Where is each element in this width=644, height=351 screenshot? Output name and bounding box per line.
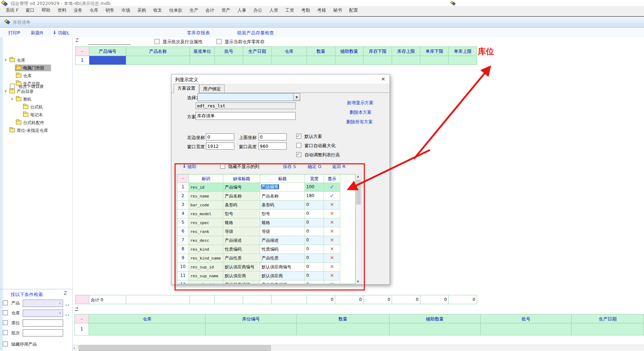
scrollbar-thumb[interactable] xyxy=(356,180,361,205)
row-number-cell[interactable]: 8 xyxy=(177,245,189,254)
add-scheme-link[interactable]: 新增显示方案 xyxy=(347,100,374,106)
width-cell[interactable]: 0 xyxy=(305,201,324,210)
locate-input[interactable] xyxy=(88,39,131,45)
column-row-res-sup-id[interactable]: 10 res_sup_id 默认供应商编号 默认供应商编号 0 ✕ xyxy=(177,263,355,272)
delete-all-schemes-link[interactable]: 删除所有方案 xyxy=(346,119,373,125)
header-cell[interactable]: - xyxy=(74,314,89,323)
menu-secretary[interactable]: 秘书 xyxy=(330,7,346,13)
field-id-cell[interactable]: res_kind_name xyxy=(189,254,223,263)
scheme-name-input[interactable]: 库存清单 xyxy=(196,112,296,120)
grid-cell[interactable] xyxy=(126,56,190,65)
field-id-cell[interactable]: res_name xyxy=(189,192,223,201)
header-cell[interactable]: 仓库 xyxy=(271,46,307,56)
field-id-cell[interactable]: res_desc xyxy=(189,236,223,245)
row-number-cell[interactable]: 11 xyxy=(177,272,189,280)
grid-cell[interactable] xyxy=(572,323,644,335)
header-cell[interactable]: 数量 xyxy=(307,46,335,56)
tab-user-binding[interactable]: 用户绑定 xyxy=(199,84,225,93)
expander-icon[interactable]: ∨ xyxy=(11,96,13,101)
width-cell[interactable]: 0 xyxy=(305,227,324,236)
header-cell[interactable]: 辅助数量 xyxy=(335,46,364,56)
back-button[interactable]: 返回 R xyxy=(332,164,346,170)
title-cell[interactable]: 型号 xyxy=(260,210,305,218)
tree-item-desktop[interactable]: 台式机 xyxy=(0,104,73,111)
header-cell[interactable]: 标题 xyxy=(260,174,305,183)
auto-row-height-checkbox[interactable] xyxy=(296,152,301,157)
grid-cell[interactable] xyxy=(215,56,243,65)
default-title-cell[interactable]: 默认供应商 xyxy=(223,272,260,280)
default-scheme-checkbox[interactable] xyxy=(296,134,301,139)
menu-business[interactable]: 业务 xyxy=(70,7,86,13)
app-tray-icon[interactable] xyxy=(451,1,456,5)
window-width-input[interactable]: 1912 xyxy=(206,143,234,150)
default-title-cell[interactable]: 性质编码 xyxy=(223,245,260,254)
grid-cell[interactable] xyxy=(392,56,420,65)
horizontal-scrollbar[interactable]: ‹ xyxy=(73,345,644,351)
combo-arrow-icon[interactable]: ▼ xyxy=(293,94,300,101)
tree-item-desktop-parts[interactable]: 台式机配件 xyxy=(0,119,73,126)
menu-assets[interactable]: 资产 xyxy=(218,7,234,13)
default-title-cell[interactable]: 默认供应商编号 xyxy=(223,263,260,272)
title-cell[interactable]: 性质编码 xyxy=(260,245,305,254)
header-cell[interactable]: 基准单位 xyxy=(190,46,215,56)
header-cell[interactable]: 库存下限 xyxy=(364,46,392,56)
menu-purchase[interactable]: 采购 xyxy=(134,7,150,13)
scroll-left-icon[interactable]: ‹ xyxy=(73,345,75,351)
menu-data[interactable]: 资料 xyxy=(54,7,70,13)
menu-market[interactable]: 市场 xyxy=(118,7,134,13)
width-cell[interactable]: 100 xyxy=(305,183,324,192)
tree-item-notebook[interactable]: 笔记本 xyxy=(0,111,73,118)
hidden-x-icon[interactable]: ✕ xyxy=(324,236,340,245)
grid-cell[interactable] xyxy=(449,56,477,65)
tree-item-product-catalog[interactable]: ∨ 产品目录 xyxy=(0,88,73,95)
width-cell[interactable]: 0 xyxy=(305,210,324,218)
title-cell[interactable]: 默认供应商编号 xyxy=(260,263,305,272)
header-cell[interactable]: 数量 xyxy=(297,314,390,323)
column-row-res-sup-name[interactable]: 11 res_sup_name 默认供应商 默认供应商 0 ✕ xyxy=(177,272,355,280)
column-row-partial[interactable]: 12 res_cls_id 产品目录编码 产品目录编码 0 ✕ xyxy=(177,280,355,284)
menu-current-accounts[interactable]: 往来款 xyxy=(166,7,186,13)
width-cell[interactable]: 180 xyxy=(305,192,324,201)
default-title-cell[interactable]: 等级 xyxy=(223,227,260,236)
hidden-x-icon[interactable]: ✕ xyxy=(324,263,340,272)
swap-panel-icon[interactable]: →← xyxy=(64,291,70,296)
menu-income-expense[interactable]: 收支 xyxy=(150,7,166,13)
function-button[interactable]: 功能L xyxy=(58,30,69,36)
header-cell[interactable]: - xyxy=(177,174,189,183)
grid-cell[interactable] xyxy=(481,323,572,335)
title-cell[interactable]: 产品目录编码 xyxy=(260,280,305,284)
ok-button[interactable]: 确定 O xyxy=(308,164,321,170)
width-cell[interactable]: 0 xyxy=(305,263,324,272)
header-cell[interactable]: 库位编号 xyxy=(206,314,297,323)
window-height-input[interactable]: 960 xyxy=(258,143,287,150)
title-cell[interactable]: 默认供应商 xyxy=(260,272,305,280)
field-id-cell[interactable]: res_rank xyxy=(189,227,223,236)
scheme-combobox[interactable]: ▼ xyxy=(197,93,300,101)
default-title-cell[interactable]: 规格 xyxy=(223,218,260,227)
hidden-x-icon[interactable]: ✕ xyxy=(324,280,340,284)
header-cell[interactable]: 单库下限 xyxy=(420,46,449,56)
warehouse-browse-link[interactable]: .. xyxy=(65,312,70,317)
row-number-cell[interactable]: 3 xyxy=(177,201,189,210)
dialog-title-bar[interactable]: 列显示定义 ✕ xyxy=(172,74,390,84)
grid-cell[interactable] xyxy=(390,323,481,335)
warehouse-filter-combobox[interactable]: ∨ xyxy=(23,310,63,317)
row-number-cell[interactable]: 1 xyxy=(74,323,89,335)
field-id-cell[interactable]: res_id xyxy=(189,183,223,192)
product-browse-link[interactable]: .. xyxy=(65,302,70,307)
menu-window[interactable]: 窗口 xyxy=(22,7,38,13)
swap-grid-icon[interactable]: →← xyxy=(75,38,82,43)
expander-icon[interactable]: ∨ xyxy=(4,57,7,62)
width-cell[interactable]: 0 xyxy=(305,236,324,245)
aux-button[interactable]: 辅助 xyxy=(187,164,196,170)
product-filter-combobox[interactable]: ∨ xyxy=(23,300,63,307)
menu-help[interactable]: 帮助 xyxy=(38,7,54,13)
show-zero-stock-checkbox[interactable] xyxy=(217,39,222,44)
warehouse-filter-checkbox[interactable] xyxy=(3,310,8,315)
header-cell[interactable]: 辅助数量 xyxy=(390,314,481,323)
tree-item-production-hq[interactable]: 生产总部 xyxy=(0,80,73,87)
swap-bottom-grid-icon[interactable]: →← xyxy=(75,307,81,312)
menu-warehouse[interactable]: 仓库 xyxy=(86,7,102,13)
default-title-cell[interactable]: 产品性质 xyxy=(223,254,260,263)
default-title-cell[interactable]: 产品名称 xyxy=(223,192,260,201)
